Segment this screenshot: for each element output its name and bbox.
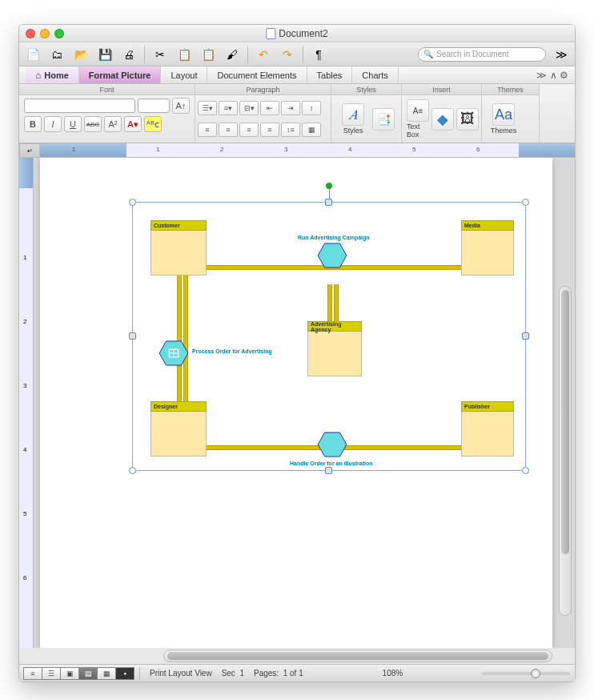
- bullets-button[interactable]: ☰▾: [198, 101, 217, 115]
- scrollbar-thumb[interactable]: [561, 290, 569, 554]
- search-input[interactable]: 🔍 Search in Document: [418, 47, 546, 62]
- themes-icon: Aa: [492, 103, 515, 126]
- hex-handle-order: [317, 432, 347, 457]
- bold-button[interactable]: B: [24, 116, 42, 132]
- styles-pane-icon: 📑: [372, 108, 395, 131]
- font-size-select[interactable]: [138, 99, 170, 113]
- vertical-ruler[interactable]: 1 2 3 4 5 6: [19, 158, 34, 648]
- section-indicator: Sec 1: [222, 669, 244, 678]
- tab-overflow[interactable]: ≫ ∧ ⚙: [536, 66, 568, 83]
- picture-button[interactable]: 🖼: [456, 108, 479, 131]
- node-label: Advertising Agency: [307, 321, 362, 332]
- horizontal-scrollbar[interactable]: [163, 650, 552, 662]
- shapes-button[interactable]: ◆: [431, 108, 454, 131]
- app-window: Document2 📄 🗂 📂 💾 🖨 ✂ 📋 📋 🖌 ↶ ↷ ¶ 🔍 Sear…: [18, 24, 576, 682]
- numbering-button[interactable]: ≡▾: [219, 101, 238, 115]
- ruler-corner[interactable]: ↵: [19, 143, 40, 158]
- tab-format-picture[interactable]: Format Picture: [79, 66, 162, 83]
- format-painter-icon[interactable]: 🖌: [223, 46, 241, 63]
- horizontal-ruler[interactable]: 1 1 2 3 4 5 6 7: [40, 143, 575, 158]
- styles-pane-button[interactable]: 📑: [372, 108, 395, 131]
- grow-font-button[interactable]: A↑: [172, 98, 190, 114]
- justify-button[interactable]: ≡: [260, 123, 279, 137]
- selected-picture[interactable]: Customer Media Advertising Agency Des: [132, 202, 526, 471]
- zoom-level[interactable]: 108%: [383, 669, 403, 678]
- ribbon-group-insert: Insert A≡ Text Box ◆ 🖼: [402, 84, 482, 143]
- picture-icon: 🖼: [456, 108, 479, 131]
- align-left-button[interactable]: ≡: [198, 123, 217, 137]
- dedent-button[interactable]: ⇤: [260, 101, 279, 115]
- hex-process-order: [159, 340, 189, 366]
- outline-view-button[interactable]: ☰: [42, 667, 61, 680]
- styles-button[interactable]: 𝐴 Styles: [336, 103, 370, 135]
- font-color-button[interactable]: A▾: [124, 116, 142, 132]
- textbox-icon: A≡: [407, 99, 429, 122]
- subscript-button[interactable]: A²: [104, 116, 122, 132]
- shading-button[interactable]: ▦: [302, 123, 321, 137]
- multilevel-button[interactable]: ⊟▾: [239, 101, 259, 115]
- italic-button[interactable]: I: [44, 116, 62, 132]
- node-publisher: Publisher: [461, 401, 514, 457]
- zoom-button[interactable]: [54, 29, 64, 38]
- pages-indicator: Pages: 1 of 1: [254, 669, 303, 678]
- cut-icon[interactable]: ✂: [151, 46, 169, 63]
- undo-icon[interactable]: ↶: [255, 46, 272, 63]
- overflow-icon[interactable]: ≫: [552, 46, 570, 63]
- styles-icon: 𝐴: [342, 103, 364, 126]
- redo-icon[interactable]: ↷: [279, 46, 296, 63]
- tab-home[interactable]: Home: [26, 66, 79, 83]
- copy-icon[interactable]: 📋: [175, 46, 193, 63]
- zoom-slider[interactable]: [482, 672, 570, 675]
- ribbon-tabs: Home Format Picture Layout Document Elem…: [19, 66, 575, 84]
- tab-charts[interactable]: Charts: [352, 66, 398, 83]
- node-customer: Customer: [151, 220, 207, 276]
- print-icon[interactable]: 🖨: [120, 46, 138, 63]
- node-designer: Designer: [151, 401, 207, 457]
- pilcrow-icon[interactable]: ¶: [310, 46, 327, 63]
- svg-marker-0: [318, 243, 347, 268]
- publishing-view-button[interactable]: ▣: [60, 667, 79, 680]
- search-placeholder: Search in Document: [436, 50, 509, 58]
- save-icon[interactable]: 💾: [96, 46, 114, 63]
- node-label: Publisher: [461, 401, 514, 412]
- sort-button[interactable]: ↕: [302, 101, 321, 115]
- tab-document-elements[interactable]: Document Elements: [207, 66, 307, 83]
- line-spacing-button[interactable]: ↕≡: [281, 123, 300, 137]
- document-page[interactable]: Customer Media Advertising Agency Des: [40, 158, 552, 648]
- styles-group-title: Styles: [331, 84, 401, 95]
- close-button[interactable]: [26, 29, 35, 38]
- connector: [177, 270, 182, 401]
- highlight-button[interactable]: ᴬᴮᴄ: [144, 116, 162, 132]
- insert-group-title: Insert: [402, 84, 481, 95]
- tab-tables[interactable]: Tables: [307, 66, 353, 83]
- draft-view-button[interactable]: ≡: [23, 667, 42, 680]
- strike-button[interactable]: ABC: [84, 116, 102, 132]
- align-right-button[interactable]: ≡: [239, 123, 259, 137]
- underline-button[interactable]: U: [64, 116, 82, 132]
- font-family-select[interactable]: [24, 99, 135, 113]
- textbox-button[interactable]: A≡ Text Box: [407, 99, 429, 139]
- open-icon[interactable]: 📂: [72, 46, 90, 63]
- notebook-view-button[interactable]: ▦: [97, 667, 116, 680]
- view-buttons: ≡ ☰ ▣ ▤ ▦ ▪: [24, 667, 140, 680]
- ribbon-group-themes: Themes Aa Themes: [482, 84, 540, 143]
- paste-icon[interactable]: 📋: [199, 46, 217, 63]
- new-doc-icon[interactable]: 📄: [24, 46, 42, 63]
- template-icon[interactable]: 🗂: [48, 46, 66, 63]
- themes-button[interactable]: Aa Themes: [487, 103, 520, 135]
- print-layout-view-button[interactable]: ▤: [78, 667, 98, 680]
- node-media: Media: [461, 220, 514, 276]
- align-center-button[interactable]: ≡: [219, 123, 238, 137]
- focus-view-button[interactable]: ▪: [115, 667, 134, 680]
- vertical-scrollbar[interactable]: [559, 286, 572, 616]
- node-label: Media: [461, 220, 514, 231]
- tab-layout[interactable]: Layout: [161, 66, 207, 83]
- themes-group-title: Themes: [482, 84, 539, 95]
- indent-button[interactable]: ⇥: [281, 101, 300, 115]
- scrollbar-thumb[interactable]: [167, 652, 548, 660]
- ribbon-group-styles: Styles 𝐴 Styles 📑: [331, 84, 402, 143]
- zoom-thumb[interactable]: [531, 669, 540, 678]
- ribbon-group-paragraph: Paragraph ☰▾ ≡▾ ⊟▾ ⇤ ⇥ ↕ ≡ ≡ ≡ ≡ ↕≡ ▦: [195, 84, 331, 143]
- minimize-button[interactable]: [40, 29, 50, 38]
- search-icon: 🔍: [423, 50, 433, 58]
